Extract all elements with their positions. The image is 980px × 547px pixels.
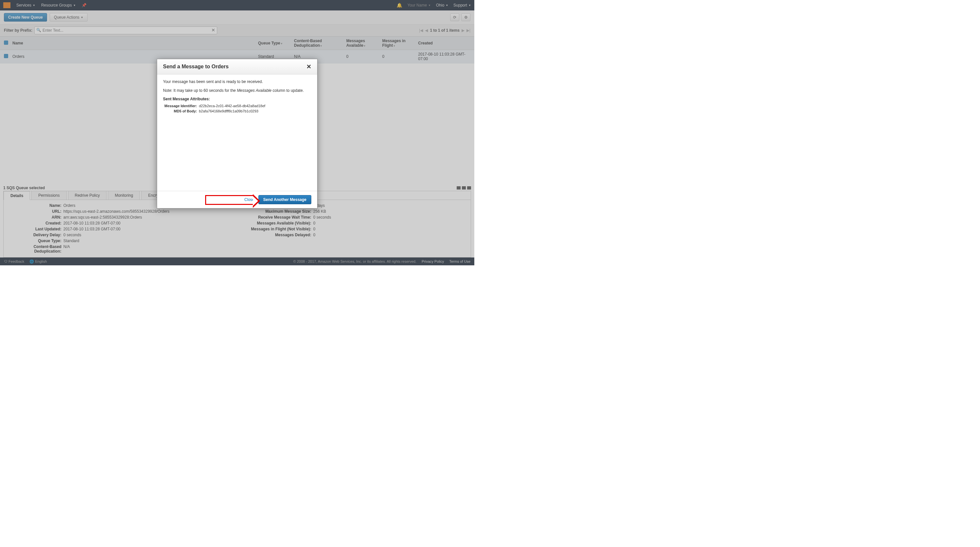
attr-label: MD5 of Body: <box>163 109 199 113</box>
send-message-modal: Send a Message to Orders ✕ Your message … <box>157 59 318 209</box>
modal-line2c: column to update. <box>272 88 304 93</box>
attrs-heading: Sent Message Attributes: <box>163 97 311 101</box>
modal-title: Send a Message to Orders <box>163 64 229 70</box>
modal-line2a: Note: It may take up to 60 seconds for t… <box>163 88 237 93</box>
close-icon[interactable]: ✕ <box>306 63 311 70</box>
modal-body: Your message has been sent and is ready … <box>157 75 317 191</box>
annotation-arrow <box>205 195 254 205</box>
attr-value: b2afa764168e9dfff8c1a09b7b1c0293 <box>199 109 258 113</box>
modal-header: Send a Message to Orders ✕ <box>157 59 317 75</box>
modal-line1: Your message has been sent and is ready … <box>163 79 311 85</box>
attr-label: Message Identifier: <box>163 104 199 108</box>
modal-line2: Note: It may take up to 60 seconds for t… <box>163 88 311 94</box>
attr-value: d22b2eca-2c01-4f42-ae58-db42a8ad18ef <box>199 104 265 108</box>
modal-line2b: Messages Available <box>237 88 272 93</box>
send-another-button[interactable]: Send Another Message <box>258 195 311 204</box>
